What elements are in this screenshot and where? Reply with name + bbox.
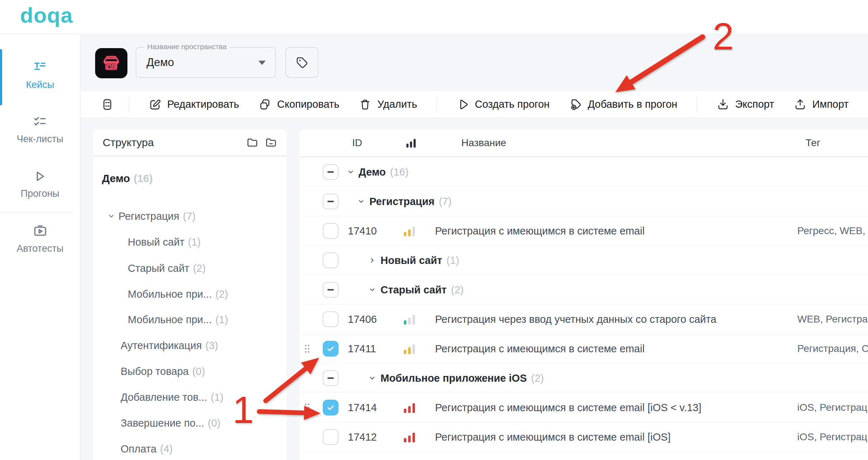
case-id: 17411 (348, 343, 376, 354)
row-checkbox-indeterminate[interactable] (323, 370, 339, 386)
tree-item[interactable]: Мобильное при... (1) (128, 312, 228, 327)
column-header-id[interactable]: ID (352, 137, 362, 149)
row-checkbox-indeterminate[interactable] (323, 164, 339, 180)
group-label[interactable]: Мобильное приложение iOS(2) (381, 372, 544, 384)
view-mode-button[interactable] (101, 98, 114, 111)
table-row-case[interactable]: 17414 Регистрация с имеющимся в системе … (300, 393, 868, 422)
group-count: (2) (531, 372, 544, 384)
tree-item-label: Новый сайт (128, 236, 185, 248)
toolbar-divider (437, 96, 437, 113)
case-name[interactable]: Регистрация с имеющимся в системе email (435, 343, 645, 354)
tree-item[interactable]: Старый сайт (2) (128, 260, 206, 276)
table-row-case[interactable]: 17406 Регистрация через ввод учетных дан… (300, 305, 868, 334)
indeterminate-mark (327, 171, 334, 173)
chevron-down-icon (258, 61, 266, 65)
tree-item[interactable]: Аутентификация (3) (121, 338, 218, 353)
row-checkbox-checked[interactable] (323, 341, 339, 357)
sidebar-item-checklists[interactable]: Чек-листы (0, 114, 80, 145)
table-row-case[interactable]: 17412 Регистрация с имеющимся в системе … (300, 422, 868, 452)
drag-handle-icon[interactable] (304, 403, 310, 412)
tree-item-label: Добавление тов... (121, 391, 207, 403)
sidebar-item-runs[interactable]: Прогоны (0, 169, 80, 199)
drag-handle-icon[interactable] (304, 344, 310, 353)
row-checkbox[interactable] (323, 252, 339, 268)
chevron-down-icon[interactable] (369, 375, 376, 382)
row-checkbox-checked[interactable] (323, 400, 339, 415)
row-checkbox-indeterminate[interactable] (323, 194, 339, 209)
table-row-group[interactable]: Новый сайт(1) (300, 246, 868, 275)
case-name[interactable]: Регистрация с имеющимся в системе email … (435, 431, 671, 443)
tree-item[interactable]: Мобильное при... (2) (128, 286, 228, 302)
table-row-group[interactable]: Демо(16) (300, 157, 868, 187)
table-row-group[interactable]: Мобильное приложение iOS(2) (300, 363, 868, 393)
workspace-tag-button[interactable] (285, 47, 318, 78)
tag-plus-icon (569, 98, 582, 111)
add-to-run-button[interactable]: Добавить в прогон (569, 98, 677, 111)
chevron-down-icon[interactable] (347, 168, 354, 176)
sidebar-item-autotests[interactable]: Автотесты (0, 224, 80, 254)
group-label[interactable]: Старый сайт(2) (381, 284, 464, 296)
tree-item[interactable]: Оплата (4) (121, 441, 173, 457)
sidebar-item-label: Кейсы (26, 79, 54, 90)
create-run-button[interactable]: Создать прогон (456, 98, 550, 111)
group-count: (2) (451, 284, 463, 295)
column-header-tag[interactable]: Тег (806, 137, 820, 149)
tree-item[interactable]: Новый сайт (1) (128, 234, 201, 250)
tree-item-label: Регистрация (118, 210, 179, 222)
table-row-case[interactable]: 17411 Регистрация с имеющимся в системе … (300, 334, 868, 363)
structure-title: Структура (103, 136, 154, 149)
column-header-name[interactable]: Название (461, 137, 506, 149)
row-checkbox[interactable] (323, 223, 339, 239)
copy-button[interactable]: Скопировать (258, 98, 339, 111)
edit-button[interactable]: Редактировать (149, 98, 239, 111)
row-checkbox[interactable] (323, 311, 339, 327)
tree-item[interactable]: Регистрация (7) (108, 208, 196, 224)
tree-item-label: Выбор товара (121, 366, 189, 377)
table-row-group[interactable]: Старый сайт(2) (300, 275, 868, 305)
chevron-down-icon[interactable] (369, 286, 376, 293)
import-button[interactable]: Импорт (794, 98, 849, 111)
case-tags: iOS, Регистрац (797, 402, 867, 413)
chevron-right-icon[interactable] (369, 257, 376, 264)
case-id: 17412 (348, 431, 377, 443)
table-row-group[interactable]: Регистрация(7) (300, 187, 868, 216)
tree-item-root[interactable]: Демо (16) (102, 171, 153, 186)
priority-column-icon[interactable] (406, 138, 417, 148)
top-header: doqa (0, 0, 868, 34)
chevron-down-icon[interactable] (358, 198, 365, 205)
tree-item-count: (7) (183, 210, 196, 222)
export-button[interactable]: Экспорт (717, 98, 774, 111)
actions-toolbar: Редактировать Скопировать Удалить Создат… (81, 90, 868, 118)
case-name[interactable]: Регистрация с имеющимся в системе email (435, 225, 645, 237)
tree-item[interactable]: Добавление тов... (1) (121, 389, 223, 405)
checklist-icon (32, 114, 48, 130)
sidebar-item-cases[interactable]: Кейсы (0, 60, 80, 90)
group-label[interactable]: Новый сайт(1) (381, 254, 459, 266)
table-row-case[interactable]: 17410 Регистрация с имеющимся в системе … (300, 216, 868, 246)
copy-icon (258, 98, 271, 111)
case-name[interactable]: Регистрация через ввод учетных данных со… (435, 313, 717, 325)
arrow-2-head (615, 75, 635, 92)
workspace-avatar[interactable] (95, 48, 127, 78)
group-label[interactable]: Демо(16) (359, 166, 409, 178)
case-name[interactable]: Регистрация с имеющимся в системе email … (435, 401, 701, 413)
workspace-select[interactable]: Название пространства Демо (136, 47, 276, 78)
row-checkbox-indeterminate[interactable] (323, 282, 339, 298)
check-icon (326, 344, 335, 353)
delete-button[interactable]: Удалить (359, 98, 417, 111)
case-tags: Регресс, WEB, (797, 225, 865, 237)
group-label[interactable]: Регистрация(7) (369, 195, 452, 207)
list-view-icon (101, 98, 114, 111)
tree-item[interactable]: Завершение по... (0) (121, 415, 220, 431)
app-logo[interactable]: doqa (20, 3, 73, 28)
chevron-down-icon[interactable] (108, 213, 115, 220)
structure-panel: Структура Демо (16) Регистрация (7) Новы… (93, 129, 286, 460)
tree-item[interactable]: Выбор товара (0) (121, 363, 205, 379)
tree-item-count: (3) (205, 340, 218, 352)
tree-item-label: Завершение по... (121, 417, 204, 429)
folder-minus-icon[interactable] (265, 136, 277, 149)
folder-icon[interactable] (246, 136, 258, 149)
row-checkbox[interactable] (323, 429, 339, 445)
sidebar-item-label: Автотесты (17, 243, 64, 254)
sidebar: Кейсы Чек-листы Прогоны Автотесты (0, 34, 80, 460)
